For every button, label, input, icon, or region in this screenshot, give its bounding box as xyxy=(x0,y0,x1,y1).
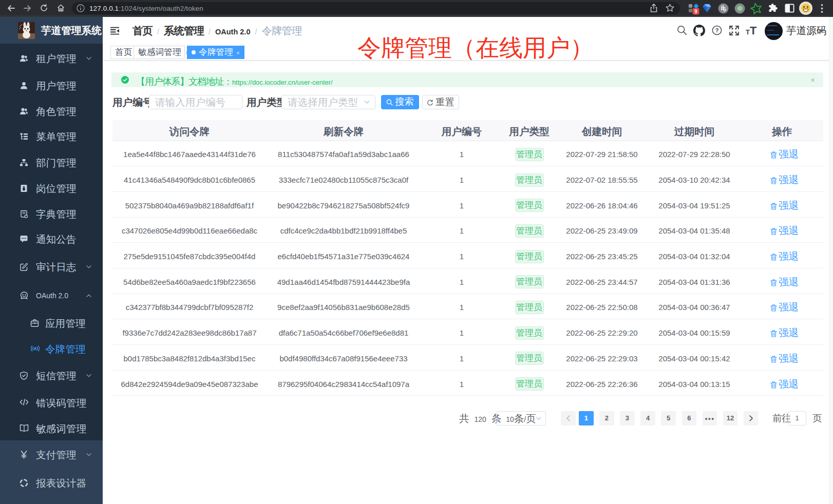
svg-text:9: 9 xyxy=(694,9,697,14)
svg-text:?: ? xyxy=(715,27,719,33)
